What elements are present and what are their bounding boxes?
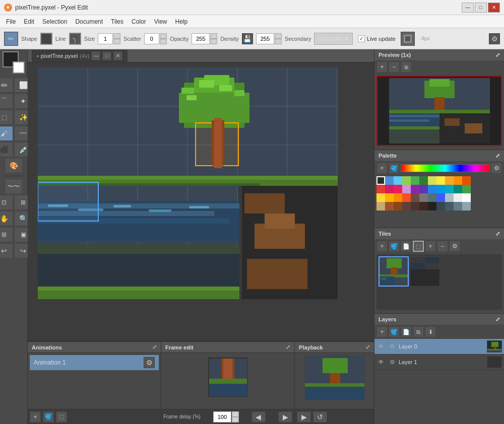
- menu-file[interactable]: File: [2, 17, 20, 27]
- layer-merge-button[interactable]: ⬇: [425, 326, 436, 337]
- palette-swatch-32[interactable]: [462, 193, 471, 202]
- palette-swatch-20[interactable]: [454, 185, 462, 193]
- palette-swatch-22[interactable]: [376, 193, 385, 202]
- color-gradient-bar[interactable]: [401, 164, 490, 172]
- tile-settings-button[interactable]: ⚙: [449, 241, 460, 252]
- fill-tool[interactable]: ⬛: [0, 142, 13, 157]
- animation-settings-button[interactable]: ⚙: [144, 357, 155, 368]
- opacity-up-button[interactable]: ▲: [210, 33, 217, 39]
- frame-delay-input[interactable]: [213, 411, 231, 422]
- opacity-down-button[interactable]: ▼: [210, 39, 217, 44]
- palette-swatch-24[interactable]: [394, 193, 402, 202]
- shape-preview[interactable]: [40, 33, 52, 45]
- size-up-button[interactable]: ▲: [113, 33, 120, 39]
- tile-zoom-out-button[interactable]: −: [437, 241, 448, 252]
- prev-frame-button[interactable]: ◀: [251, 411, 266, 422]
- animation-item-1[interactable]: Animation 1 ⚙: [30, 355, 159, 370]
- layer-1-settings-button[interactable]: ⚙: [388, 358, 397, 367]
- settings-gear-button[interactable]: ⚙: [489, 33, 500, 44]
- pan-tool[interactable]: ✋: [0, 211, 13, 226]
- palette-swatch-25[interactable]: [402, 193, 411, 202]
- palette-swatch-42[interactable]: [454, 202, 462, 210]
- tile-new-button[interactable]: 📄: [401, 241, 412, 252]
- canvas-minimize-button[interactable]: —: [91, 51, 100, 60]
- minimize-button[interactable]: —: [462, 3, 474, 13]
- tile-zoom-in-button[interactable]: +: [425, 241, 436, 252]
- layer-new-button[interactable]: 📄: [401, 326, 412, 337]
- palette-section-header[interactable]: Palette ⤢: [374, 150, 504, 161]
- scatter-spinner[interactable]: ▲ ▼: [144, 33, 167, 44]
- menu-edit[interactable]: Edit: [20, 17, 38, 27]
- density-spinner[interactable]: ▲ ▼: [256, 33, 282, 44]
- marquee-tool[interactable]: ⬚: [0, 110, 13, 125]
- palette-swatch-15[interactable]: [411, 185, 419, 193]
- palette-swatch-17[interactable]: [428, 185, 436, 193]
- opacity-spinner[interactable]: ▲ ▼: [192, 33, 217, 44]
- menu-selection[interactable]: Selection: [38, 17, 71, 27]
- palette-swatch-8[interactable]: [445, 176, 454, 185]
- resize-tool[interactable]: ⊡: [0, 195, 13, 210]
- palette-swatch-36[interactable]: [402, 202, 411, 210]
- undo-tool[interactable]: ↩: [0, 243, 13, 258]
- density-input[interactable]: [256, 33, 274, 44]
- brush-tool[interactable]: 🖌: [0, 126, 13, 141]
- palette-swatch-41[interactable]: [445, 202, 454, 210]
- play-button[interactable]: ▶: [297, 411, 311, 422]
- animation-marquee-button[interactable]: ⬚: [56, 411, 67, 422]
- palette-swatch-5[interactable]: [419, 176, 428, 185]
- palette-swatch-27[interactable]: [419, 193, 428, 202]
- tiles-section-header[interactable]: Tiles ⤢: [374, 228, 504, 239]
- menu-help[interactable]: Help: [171, 17, 192, 27]
- palette-swatch-38[interactable]: [419, 202, 428, 210]
- palette-swatch-26[interactable]: [411, 193, 419, 202]
- canvas-maximize-button[interactable]: □: [102, 51, 111, 60]
- palette-swatch-23[interactable]: [385, 193, 394, 202]
- palette-swatch-33[interactable]: [376, 202, 385, 210]
- density-up-button[interactable]: ▲: [275, 33, 282, 39]
- close-button[interactable]: ✕: [488, 3, 500, 13]
- zoom-grid-button[interactable]: ⊞: [401, 61, 412, 73]
- opacity-input[interactable]: [192, 33, 210, 44]
- palette-swatch-10[interactable]: [462, 176, 471, 185]
- playback-expand-icon[interactable]: ⤢: [365, 344, 370, 350]
- palette-swatch-black[interactable]: [376, 176, 385, 185]
- tile-fill-button[interactable]: 🪣: [389, 241, 400, 252]
- canvas-content[interactable]: [28, 62, 374, 341]
- palette-expand-icon[interactable]: ⤢: [495, 153, 500, 159]
- animations-expand-icon[interactable]: ⤢: [152, 344, 157, 350]
- scatter-up-button[interactable]: ▲: [160, 33, 167, 39]
- preview-thumb-button[interactable]: [401, 32, 415, 46]
- zoom-out-button[interactable]: −: [389, 61, 400, 73]
- layer-0-settings-button[interactable]: ⚙: [388, 342, 397, 351]
- add-layer-button[interactable]: +: [376, 326, 388, 337]
- wave-tool[interactable]: 〜〜: [5, 179, 23, 194]
- density-save-button[interactable]: 💾: [242, 33, 253, 44]
- palette-settings-button[interactable]: ⚙: [491, 163, 502, 174]
- palette-swatch-7[interactable]: [436, 176, 445, 185]
- palette-swatch-30[interactable]: [445, 193, 454, 202]
- background-color[interactable]: [13, 61, 25, 74]
- density-down-button[interactable]: ▼: [275, 39, 282, 44]
- layers-expand-icon[interactable]: ⤢: [495, 316, 500, 323]
- palette-swatch-40[interactable]: [436, 202, 445, 210]
- maximize-button[interactable]: □: [475, 3, 487, 13]
- tiles-expand-icon[interactable]: ⤢: [495, 231, 500, 237]
- preview-section-header[interactable]: Preview (1x) ⤢: [374, 49, 504, 60]
- palette-fill-button[interactable]: 🪣: [389, 163, 400, 174]
- tile-grid-tool[interactable]: ⊞: [0, 227, 13, 242]
- tile-item-2[interactable]: [410, 256, 440, 287]
- add-color-button[interactable]: +: [376, 163, 388, 174]
- scatter-down-button[interactable]: ▼: [160, 39, 167, 44]
- live-update-checkbox[interactable]: ✓: [358, 35, 365, 42]
- palette-swatch-28[interactable]: [428, 193, 436, 202]
- palette-swatch-18[interactable]: [436, 185, 445, 193]
- palette-swatch-4[interactable]: [411, 176, 419, 185]
- layer-item-1[interactable]: 👁 ⚙ Layer 1: [374, 355, 504, 370]
- size-input[interactable]: [98, 33, 113, 44]
- palette-swatch-13[interactable]: [394, 185, 402, 193]
- preview-expand-icon[interactable]: ⤢: [495, 52, 500, 58]
- layers-section-header[interactable]: Layers ⤢: [374, 314, 504, 325]
- palette-swatch-16[interactable]: [419, 185, 428, 193]
- canvas-tab-pixeltree[interactable]: • pixelTree.pyxel (4x) — □ ✕: [32, 50, 128, 62]
- pencil-tool-button[interactable]: ✏: [4, 32, 18, 46]
